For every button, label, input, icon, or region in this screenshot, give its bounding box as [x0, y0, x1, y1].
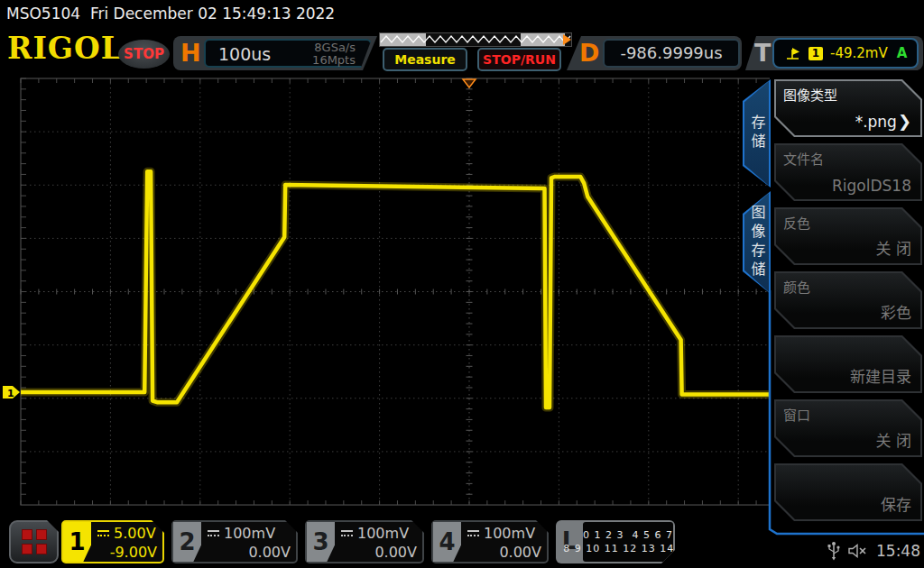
dc-coupling-icon: [97, 530, 109, 536]
trigger-mode: A: [897, 45, 908, 61]
channel-4-box[interactable]: 4 100mV 0.00V: [431, 520, 549, 563]
channel-1-scale: 5.00V: [114, 525, 156, 542]
menu-item-value: RigolDS18: [832, 177, 911, 195]
menu-item-color[interactable]: 颜色 彩色: [774, 271, 922, 329]
channel-4-offset: 0.00V: [464, 543, 541, 562]
channel-2-number: 2: [173, 522, 201, 562]
channel-3-number: 3: [307, 522, 335, 562]
tab-image-storage-label: 图像存储: [743, 191, 771, 294]
menu-item-invert[interactable]: 反色 关 闭: [774, 207, 922, 265]
logic-label: L: [556, 520, 583, 563]
stop-run-button[interactable]: STOP/RUN: [477, 48, 561, 71]
sample-rate-value: 8GSa/s: [312, 41, 356, 54]
channel-4-number: 4: [433, 522, 461, 562]
menu-item-label: 反色: [783, 213, 810, 232]
dc-coupling-icon: [467, 530, 479, 536]
menu-item-value: 关 闭: [876, 236, 911, 259]
delay-label: D: [579, 39, 599, 68]
clock: 15:48: [876, 542, 920, 560]
menu-item-new-directory[interactable]: 新建目录: [774, 335, 922, 393]
menu-item-save[interactable]: 保存: [774, 463, 922, 521]
channel-2-scale: 100mV: [224, 525, 275, 542]
trigger-source-badge: 1: [808, 47, 823, 60]
memory-preview-bar[interactable]: [379, 32, 572, 47]
menu-item-window[interactable]: 窗口 关 闭: [774, 399, 922, 457]
menu-item-value: 彩色: [881, 300, 911, 323]
trigger-label: T: [754, 39, 771, 68]
menu-item-file-name[interactable]: 文件名 RigolDS18: [774, 143, 922, 201]
channel-3-offset: 0.00V: [337, 543, 417, 562]
menu-item-image-type[interactable]: 图像类型 *.png❯: [774, 79, 922, 137]
channel-1-number: 1: [63, 522, 91, 562]
channel-2-offset: 0.00V: [204, 543, 291, 562]
quick-menu-button[interactable]: [9, 520, 59, 563]
timebase-value: 100us: [218, 44, 271, 64]
speaker-muted-icon[interactable]: [848, 543, 868, 559]
tab-storage[interactable]: 存储: [743, 79, 771, 188]
grid-menu-icon: [22, 529, 47, 554]
menu-item-value: 关 闭: [876, 428, 911, 451]
delay-value-box[interactable]: -986.9999us: [603, 39, 740, 68]
menu-item-label: 图像类型: [783, 85, 837, 104]
rigol-logo: RIGOL: [7, 31, 123, 66]
trigger-info-box[interactable]: 1 -49.2mV A: [772, 38, 919, 69]
tab-storage-label: 存储: [743, 79, 771, 188]
trigger-level-value: -49.2mV: [830, 45, 888, 61]
dc-coupling-icon: [208, 530, 219, 536]
menu-item-value: 保存: [881, 492, 911, 515]
logic-row-1: 0 1 2 3 4 5 6 7: [583, 529, 673, 541]
channel-1-box[interactable]: 1 5.00V -9.00V: [61, 520, 164, 563]
menu-item-label: 窗口: [783, 405, 810, 424]
usb-icon: [827, 541, 840, 561]
title-bar: MSO5104 Fri December 02 15:49:13 2022: [0, 0, 924, 27]
tab-image-storage[interactable]: 图像存储: [743, 191, 771, 294]
sample-rate: 8GSa/s 16Mpts: [312, 41, 356, 67]
memory-depth-value: 16Mpts: [312, 54, 356, 67]
menu-item-label: 颜色: [783, 277, 810, 296]
menu-item-value-text: *.png: [855, 113, 897, 131]
channel-3-box[interactable]: 3 100mV 0.00V: [305, 520, 424, 563]
menu-item-label: 文件名: [783, 149, 824, 168]
horizontal-label: H: [180, 39, 201, 68]
menu-item-value: *.png❯: [855, 112, 911, 131]
chevron-right-icon: ❯: [898, 112, 911, 131]
logic-channels-box[interactable]: L 0 1 2 3 4 5 6 7 8 9 10 11 12 13 14 15: [556, 520, 675, 563]
trigger-edge-icon: [785, 46, 801, 60]
channel-1-offset: -9.00V: [94, 543, 157, 562]
measure-button[interactable]: Measure: [383, 48, 467, 71]
menu-item-value: 新建目录: [850, 364, 911, 387]
channel-2-box[interactable]: 2 100mV 0.00V: [171, 520, 298, 563]
oscilloscope-screen: 1 MSO5104 Fri December 02 15:49:13 2022 …: [0, 0, 924, 568]
timebase-box[interactable]: 100us 8GSa/s 16Mpts: [204, 39, 372, 68]
logic-channel-list: 0 1 2 3 4 5 6 7 8 9 10 11 12 13 14 15: [583, 522, 673, 562]
dc-coupling-icon: [341, 530, 353, 536]
status-tray: 15:48: [817, 539, 920, 563]
channel-3-scale: 100mV: [357, 525, 409, 542]
run-state-badge[interactable]: STOP: [118, 40, 170, 69]
channel-4-scale: 100mV: [484, 525, 535, 542]
